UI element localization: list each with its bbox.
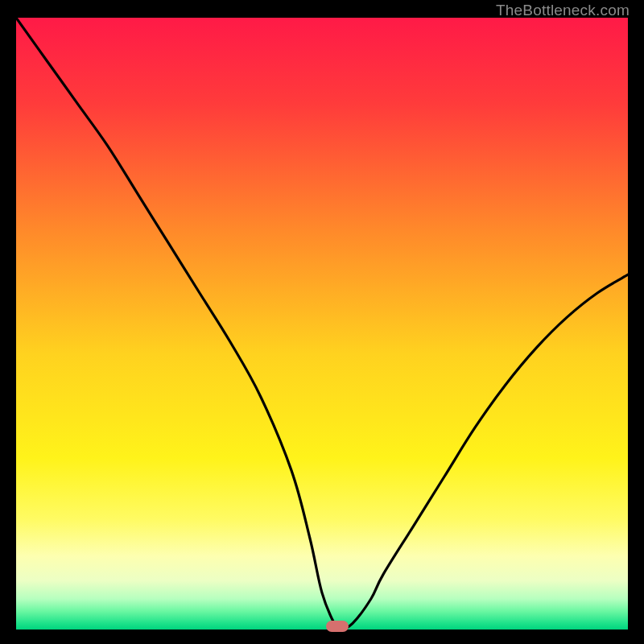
optimal-point-marker (326, 621, 349, 632)
watermark-text: TheBottleneck.com (496, 2, 630, 19)
chart-plot-area (16, 18, 628, 630)
bottleneck-curve-line (16, 18, 628, 630)
